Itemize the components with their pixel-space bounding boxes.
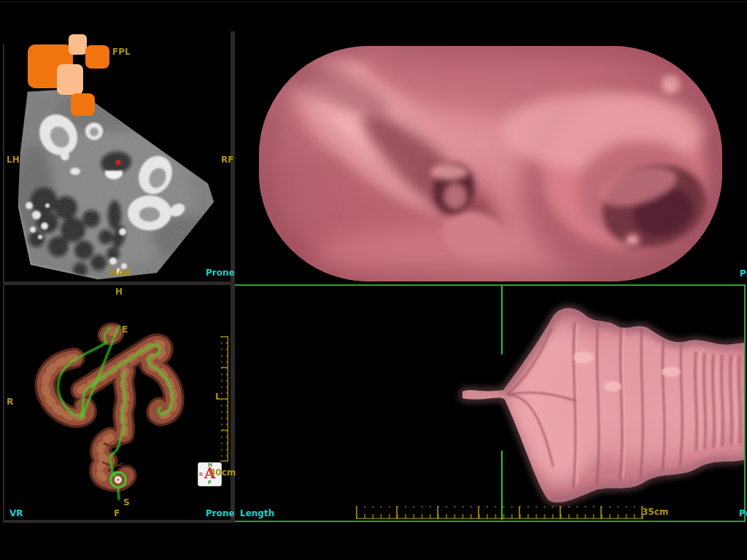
map-orient-top-label: H (115, 287, 123, 297)
dissection-position-label: Prone (739, 508, 747, 518)
logo-block-5 (71, 93, 95, 116)
overview-map-viewport[interactable] (4, 286, 231, 522)
endoluminal-viewport[interactable] (235, 31, 747, 285)
map-path-start-label: E (122, 324, 128, 335)
map-path-end-label: S (123, 497, 130, 508)
dissection-render (452, 299, 746, 510)
map-orient-left-label: R (7, 397, 13, 407)
axial-orient-left-label: LH (7, 155, 20, 165)
map-orient-bottom-label: F (114, 508, 120, 518)
dissection-viewport[interactable] (233, 284, 746, 522)
workstation-screen: A H F R (0, 0, 747, 560)
map-view-label: VR (9, 508, 23, 518)
logo-block-4 (57, 64, 83, 95)
cube-bottom-label: F (208, 480, 212, 486)
map-ruler-value: 30cm (209, 467, 236, 478)
axial-orient-top-label: FPL (112, 47, 131, 57)
axial-orient-right-label: RF (221, 155, 233, 165)
endoluminal-render (235, 31, 747, 285)
map-position-label: Prone (206, 508, 235, 518)
map-scale-ruler (220, 336, 228, 462)
logo-block-3 (85, 45, 109, 69)
left-bottom-border (3, 520, 231, 523)
window-top-line (0, 1, 747, 2)
dissection-axis-label: Length (240, 508, 274, 518)
logo-block-2 (69, 34, 87, 55)
endoluminal-position-label: Prone (740, 268, 747, 279)
cube-left-label: R (199, 472, 203, 478)
dissection-ruler-value: 35cm (642, 507, 668, 517)
lesion-marker-icon (115, 160, 121, 166)
axial-orient-bottom-label: HAR (110, 268, 131, 278)
axial-position-label: Prone (206, 268, 235, 278)
left-row-divider (3, 281, 231, 285)
length-ruler (356, 506, 643, 519)
map-orient-right-label: L (215, 392, 221, 402)
